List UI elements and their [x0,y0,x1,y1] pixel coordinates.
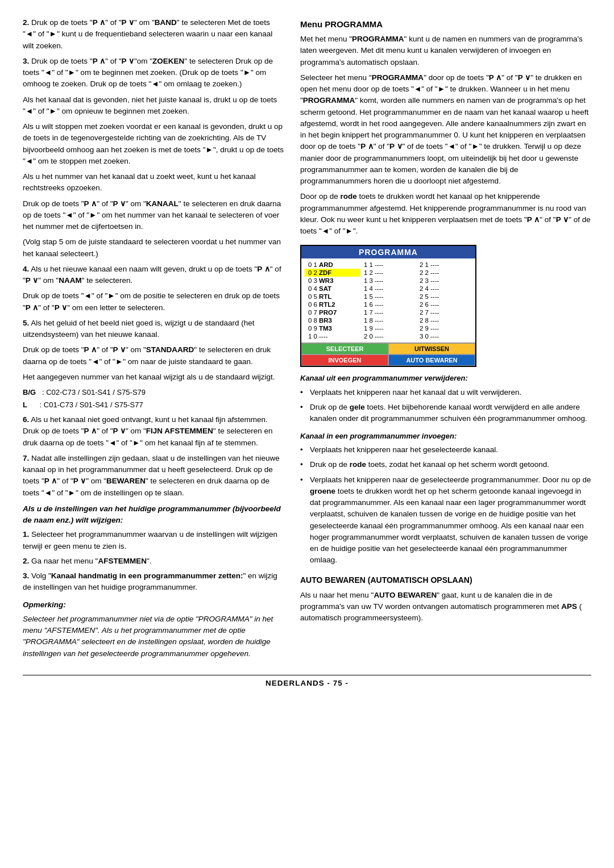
ch-20: 2 0 ---- [360,332,416,340]
btn-selecteer[interactable]: SELECTEER [301,343,388,354]
kanaal-invoegen-title: Kanaal in een programmanummer invoegen: [300,431,591,442]
step-3: 3. Volg "Kanaal handmatig in een program… [23,570,284,594]
kanaal-verwijderen-title: Kanaal uit een programmanummer verwijder… [300,373,591,384]
ch-03: 0 3 WR3 [305,277,360,285]
para-nummer-weet: Als u het nummer van het kanaal dat u zo… [23,171,284,194]
para-standaard-wijzigt: Het aangegeven nummer van het kanaal wij… [23,372,284,383]
para-volg-stap: (Volg stap 5 om de juiste standaard te s… [23,236,284,260]
ch-14: 1 4 ---- [360,285,416,293]
ch-05: 0 5 RTL [305,293,360,301]
invoegen-bullet-2: • Druk op de rode toets, zodat het kanaa… [300,459,591,470]
right-column: Menu PROGRAMMA Met het menu "PROGRAMMA" … [300,17,591,663]
rode-toets-text: Door op de rode toets te drukken wordt h… [300,191,591,237]
ch-04: 0 4 SAT [305,285,360,293]
ch-13: 1 3 ---- [360,277,416,285]
para-fijn: 6. Als u het kanaal niet goed ontvangt, … [23,414,284,449]
invoegen-bullet-1: • Verplaats het knipperen naar het gesel… [300,444,591,456]
l-line: L : C01-C73 / S01-S41 / S75-S77 [23,399,284,411]
channel-grid: 0 1 ARD 0 2 ZDF 0 3 WR3 0 4 SAT 0 5 RTL … [301,258,475,343]
ch-10: 1 0 ---- [305,332,360,340]
ch-27: 2 7 ---- [416,308,472,316]
programma-buttons: SELECTEER UITWISSEN INVOEGEN AUTO BEWARE… [301,343,475,366]
para-bewaren: 7. Nadat alle instellingen zijn gedaan, … [23,453,284,499]
para-standaard: Druk op de toets "P ∧" of "P ∨" om "STAN… [23,344,284,368]
italic-section-title: Als u de instellingen van het huidige pr… [23,503,284,527]
ch-07: 0 7 PRO7 [305,308,360,316]
verwijderen-bullet-1: • Verplaats het knipperen naar het kanaa… [300,387,591,398]
step-1: 1. Selecteer het programmanummer waarvan… [23,529,284,552]
ch-24: 2 4 ---- [416,285,472,293]
auto-bewaren-text: Als u naar het menu "AUTO BEWAREN" gaat,… [300,590,591,624]
ch-21: 2 1 ---- [416,261,472,269]
ch-28: 2 8 ---- [416,316,472,324]
ch-25: 2 5 ---- [416,293,472,301]
page-wrapper: 2. Druk op de toets "P ∧" of "P ∨" om "B… [23,17,591,687]
ch-18: 1 8 ---- [360,316,416,324]
ch-02: 0 2 ZDF [305,269,360,277]
auto-bewaren-title: AUTO BEWAREN (AUTOMATISCH OPSLAAN) [300,574,591,586]
programma-box: PROGRAMMA 0 1 ARD 0 2 ZDF 0 3 WR3 0 4 SA… [300,245,476,367]
ch-11: 1 1 ---- [360,261,416,269]
para-kanaal-select: Druk op de toets "P ∧" of "P ∨" om "KANA… [23,198,284,233]
para-band: 2. Druk op de toets "P ∧" of "P ∨" om "B… [23,17,284,52]
btn-auto-bewaren[interactable]: AUTO BEWAREN [388,354,475,366]
ch-col-1: 0 1 ARD 0 2 ZDF 0 3 WR3 0 4 SAT 0 5 RTL … [305,261,360,340]
ch-17: 1 7 ---- [360,308,416,316]
ch-01: 0 1 ARD [305,261,360,269]
ch-19: 1 9 ---- [360,324,416,332]
verwijderen-bullet-2: • Druk op de gele toets. Het bijbehorend… [300,402,591,425]
ch-col-3: 2 1 ---- 2 2 ---- 2 3 ---- 2 4 ---- 2 5 … [416,261,472,340]
ch-22: 2 2 ---- [416,269,472,277]
two-column-layout: 2. Druk op de toets "P ∧" of "P ∨" om "B… [23,17,591,663]
ch-08: 0 8 BR3 [305,316,360,324]
ch-12: 1 2 ---- [360,269,416,277]
ch-col-2: 1 1 ---- 1 2 ---- 1 3 ---- 1 4 ---- 1 5 … [360,261,416,340]
para-juiste-kanaal: Als het kanaal dat is gevonden, niet het… [23,94,284,118]
para-positie: Druk op de toets "◄" of "►" om de positi… [23,290,284,314]
footer-bar: NEDERLANDS - 75 - [23,675,591,687]
footer-text: NEDERLANDS - 75 - [265,679,349,687]
opmerking-text: Selecteer het programmanummer niet via d… [23,614,284,660]
opmerking-title: Opmerking: [23,599,284,611]
para-stoppen: Als u wilt stoppen met zoeken voordat er… [23,121,284,167]
ch-15: 1 5 ---- [360,293,416,301]
ch-29: 2 9 ---- [416,324,472,332]
step-2: 2. Ga naar het menu "AFSTEMMEN". [23,556,284,567]
ch-06: 0 6 RTL2 [305,301,360,308]
ch-30: 3 0 ---- [416,332,472,340]
ch-23: 2 3 ---- [416,277,472,285]
ch-26: 2 6 ---- [416,301,472,308]
ch-16: 1 6 ---- [360,301,416,308]
para-zoeken: 3. Druk op de toets "P ∧" of "P ∨"om "ZO… [23,56,284,90]
para-geluid: 5. Als het geluid of het beeld niet goed… [23,318,284,341]
intro-text: Met het menu "PROGRAMMA" kunt u de namen… [300,34,591,68]
btn-invoegen[interactable]: INVOEGEN [301,354,388,366]
invoegen-bullet-3: • Verplaats het knipperen naar de gesele… [300,474,591,566]
menu-programma-title: Menu PROGRAMMA [300,19,591,29]
ch-09: 0 9 TM3 [305,324,360,332]
left-column: 2. Druk op de toets "P ∧" of "P ∨" om "B… [23,17,284,663]
btn-uitwissen[interactable]: UITWISSEN [388,343,475,354]
selecteer-menu-text: Selecteer het menu "PROGRAMMA" door op d… [300,72,591,187]
para-naam: 4. Als u het nieuwe kanaal een naam wilt… [23,264,284,287]
programma-box-title: PROGRAMMA [301,246,475,258]
bg-line: B/G : C02-C73 / S01-S41 / S75-S79 [23,387,284,398]
